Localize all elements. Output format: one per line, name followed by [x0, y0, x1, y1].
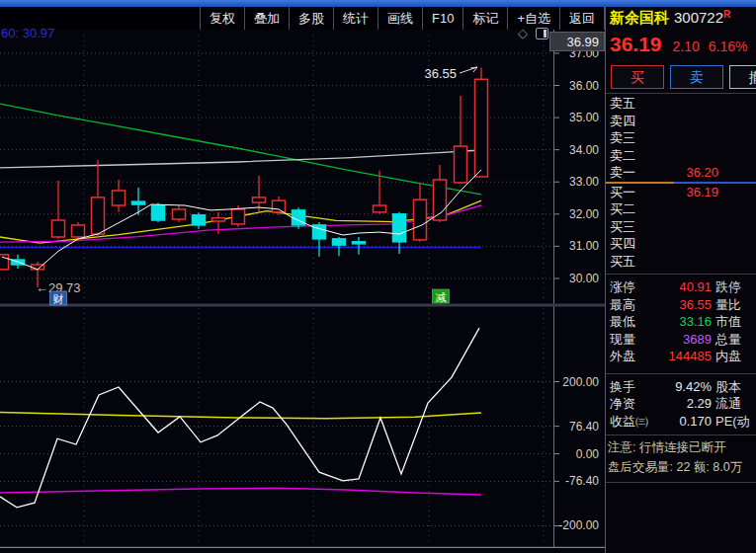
margin-tag: R: [723, 9, 730, 20]
window-top-strip: [0, 0, 756, 7]
svg-text:34.00: 34.00: [569, 143, 599, 157]
stats-group-1: 涨停40.91跌停最高36.55量比最低33.16市值现量3689总量外盘144…: [606, 278, 756, 365]
stock-code: 300722: [674, 9, 723, 26]
svg-text:200.00: 200.00: [562, 375, 599, 389]
toolbar-button[interactable]: 统计: [333, 7, 378, 30]
stats-row: 净资2.29流通: [606, 395, 756, 413]
svg-text:36.00: 36.00: [569, 79, 599, 93]
book-row[interactable]: 买五: [606, 253, 756, 271]
stats-row: 最高36.55量比: [606, 296, 756, 314]
cancel-button[interactable]: 撤: [729, 65, 756, 89]
stats-row: 最低33.16市值: [606, 313, 756, 331]
svg-text:30.00: 30.00: [569, 272, 599, 285]
toolbar-button[interactable]: 多股: [289, 7, 333, 30]
stats-row: 收益㈢0.170PE(动: [606, 413, 756, 431]
toolbar-button[interactable]: 画线: [378, 7, 422, 30]
toolbar-button[interactable]: +自选: [507, 7, 559, 30]
svg-text:33.00: 33.00: [569, 175, 599, 189]
toolbar-button[interactable]: 复权: [200, 7, 244, 30]
stats-row: 现量3689总量: [606, 331, 756, 349]
stock-header: 新余国科300722R: [610, 9, 756, 28]
panel-divider: [606, 373, 756, 374]
price-change-pct: 6.16%: [709, 39, 748, 54]
last-price: 36.19: [610, 33, 662, 56]
chart-toolbar: 复权叠加多股统计画线F10标记+自选返回: [0, 7, 605, 30]
book-row[interactable]: 买四: [606, 235, 756, 253]
svg-text:36.55: 36.55: [424, 66, 457, 81]
toolbar-button[interactable]: F10: [422, 7, 462, 30]
svg-text:财: 财: [53, 293, 64, 305]
book-row[interactable]: 买二: [606, 200, 756, 218]
trade-buttons: 买卖撤: [611, 65, 756, 89]
svg-text:36.99: 36.99: [566, 35, 599, 49]
svg-text:0.00: 0.00: [576, 447, 600, 461]
stats-row: 涨停40.91跌停: [606, 278, 756, 296]
order-book: 卖五卖四卖三卖二卖一36.20买一36.19买二买三买四买五: [606, 95, 756, 270]
toolbar-button[interactable]: 返回: [559, 7, 605, 30]
book-row[interactable]: 买一36.19: [606, 184, 756, 201]
sell-button[interactable]: 卖: [670, 65, 723, 89]
book-row[interactable]: 买三: [606, 218, 756, 236]
book-row[interactable]: 卖一36.20: [606, 164, 756, 182]
quote-panel: 新余国科300722R 36.19 2.10 6.16% 买卖撤 卖五卖四卖三卖…: [605, 7, 756, 553]
book-row[interactable]: 卖三: [606, 129, 756, 147]
trading-app-window: 复权叠加多股统计画线F10标记+自选返回 60: 30.97 ◇ 37.0036…: [0, 0, 756, 553]
stock-chart[interactable]: 37.0036.0035.0034.0033.0032.0031.0030.00…: [0, 30, 605, 548]
svg-text:减: 减: [436, 291, 447, 303]
svg-text:76.40: 76.40: [569, 420, 599, 434]
stats-row: 外盘144485内盘: [606, 348, 756, 365]
stats-row: 换手9.42%股本: [606, 378, 756, 396]
toolbar-button[interactable]: 标记: [462, 7, 507, 30]
panel-divider: [606, 434, 756, 435]
quote-row: 36.19 2.10 6.16%: [610, 33, 756, 56]
stock-name: 新余国科: [610, 9, 669, 26]
connection-notice: 注意: 行情连接已断开: [608, 439, 756, 456]
svg-text:35.00: 35.00: [569, 111, 599, 124]
panel-divider: [606, 274, 756, 275]
toolbar-button[interactable]: 叠加: [244, 7, 289, 30]
book-row[interactable]: 卖五: [606, 95, 756, 113]
panel-divider: [606, 93, 756, 94]
after-hours-info: 盘后交易量: 22 额: 8.0万: [608, 459, 756, 476]
buy-button[interactable]: 买: [611, 65, 664, 89]
book-row[interactable]: 卖二: [606, 147, 756, 165]
panel-divider: [606, 482, 756, 483]
book-row[interactable]: 卖四: [606, 113, 756, 130]
svg-text:31.00: 31.00: [569, 239, 599, 253]
svg-text:32.00: 32.00: [569, 207, 599, 221]
stats-group-2: 换手9.42%股本净资2.29流通收益㈢0.170PE(动: [606, 378, 756, 431]
svg-text:-200.00: -200.00: [558, 518, 599, 532]
price-change: 2.10: [673, 39, 700, 54]
svg-text:-76.40: -76.40: [565, 474, 599, 488]
